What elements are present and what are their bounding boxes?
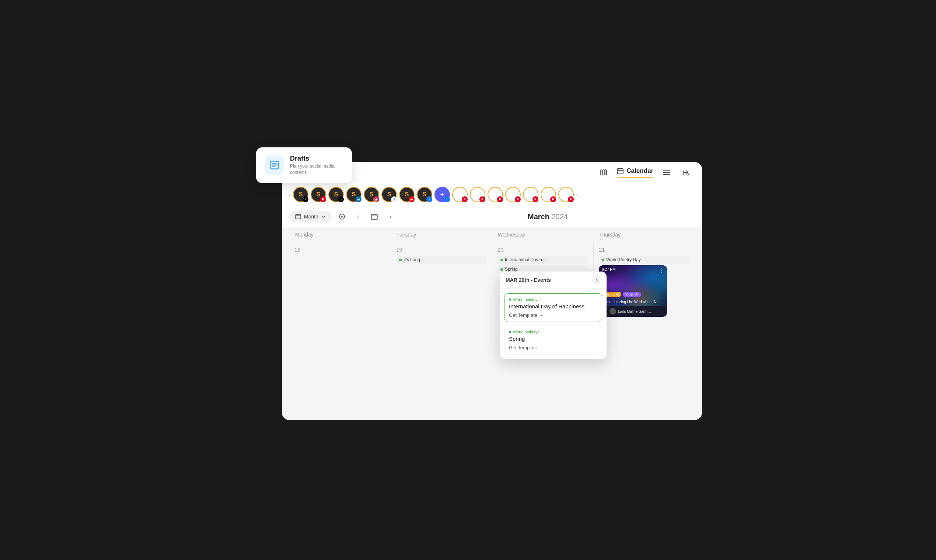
video-footer: ♪ Laila Maline Sarm…	[599, 306, 667, 317]
popup-event-1-category: World holidays	[509, 297, 597, 302]
drafts-subtitle: Plan your social media contents	[290, 163, 343, 176]
popup-event-1: World holidays International Day of Happ…	[504, 293, 602, 322]
badge-pinterest: P	[320, 196, 326, 202]
calendar-body: 18 19 It's Laug… 20 International Day o…	[282, 242, 702, 329]
svg-rect-7	[617, 169, 623, 174]
col-header-thursday: Thursday	[593, 227, 694, 242]
drafts-title: Drafts	[290, 155, 343, 163]
cal-cell-21: 21 World Poetry Day 6:27 PM ⋮ Design AI …	[593, 242, 694, 321]
date-18: 18	[294, 246, 385, 253]
svg-rect-24	[371, 214, 377, 220]
calendar-month-title: March 2024	[401, 212, 694, 221]
badge-linkedin: in	[356, 196, 362, 202]
event-dot-spring	[500, 268, 503, 271]
calendar-controls: Month ‹	[282, 206, 702, 227]
event-laughing[interactable]: It's Laug…	[396, 256, 487, 264]
event-dot-laughing	[399, 258, 402, 261]
date-19: 19	[396, 246, 487, 253]
date-21: 21	[599, 246, 690, 253]
event-dot-poetry	[602, 258, 604, 261]
badge-e1: P	[462, 196, 468, 202]
badge-e4: P	[515, 196, 521, 202]
popup-event-2-category: World holidays	[509, 330, 597, 334]
date-20: 20	[497, 246, 588, 253]
col-header-wednesday: Wednesday	[492, 227, 593, 242]
month-label: Month	[304, 214, 319, 220]
badge-instagram: ◉	[373, 196, 379, 202]
calendar-headers: Monday Tuesday Wednesday Thursday	[282, 227, 702, 242]
badge-add-facebook: f	[444, 196, 450, 202]
avatar-4[interactable]: S in	[346, 187, 362, 202]
video-more-button[interactable]: ⋮	[659, 267, 665, 274]
badge-e6: P	[550, 196, 556, 202]
svg-point-19	[341, 216, 343, 217]
svg-rect-5	[603, 170, 604, 175]
popup-event-1-name: International Day of Happiness	[509, 303, 597, 309]
avatar-empty-6[interactable]: P	[540, 187, 556, 202]
svg-rect-4	[600, 170, 602, 175]
avatar-8[interactable]: S f	[417, 187, 432, 202]
calendar-label: Calendar	[627, 167, 653, 175]
svg-rect-6	[605, 170, 607, 175]
avatar-5[interactable]: S ◉	[364, 187, 379, 202]
badge-youtube: ▶	[409, 196, 414, 202]
badge-tiktok: ♪	[338, 196, 344, 202]
avatar-empty-1[interactable]: P	[452, 187, 468, 202]
drafts-text: Drafts Plan your social media contents	[290, 155, 343, 176]
badge-google: G	[391, 196, 397, 202]
video-user: Laila Maline Sarm…	[618, 309, 651, 314]
popup-event-2: World holidays Spring Get Template →	[504, 326, 602, 354]
month-view-button[interactable]: Month	[289, 211, 332, 222]
columns-icon[interactable]	[598, 166, 610, 178]
badge-e7: P	[568, 196, 574, 202]
popup-body: World holidays International Day of Happ…	[500, 289, 607, 359]
date-picker-button[interactable]	[368, 211, 380, 223]
avatar-empty-5[interactable]: P	[523, 187, 538, 202]
svg-point-18	[339, 214, 345, 219]
event-text-poetry: World Poetry Day	[606, 257, 641, 262]
event-intl-happiness[interactable]: International Day o…	[497, 256, 588, 264]
avatar-6[interactable]: S G	[382, 187, 397, 202]
badge-e5: P	[533, 196, 538, 202]
video-time: 6:27 PM	[602, 268, 616, 272]
avatar-empty-7[interactable]: P	[558, 187, 574, 202]
col-header-monday: Monday	[289, 227, 391, 242]
cal-cell-20: 20 International Day o… Spring MAR 20th …	[492, 242, 593, 321]
avatar-empty-2[interactable]: P	[470, 187, 485, 202]
video-card: 6:27 PM ⋮ Design AI Video AI Revolutioni…	[599, 265, 667, 317]
event-poetry[interactable]: World Poetry Day	[599, 256, 690, 264]
video-title: Revolutionizing t he Workplace: A…	[601, 300, 665, 304]
avatar-empty-3[interactable]: P	[488, 187, 503, 202]
avatar-1[interactable]: S 𝕏	[293, 187, 308, 202]
main-panel: Calendar ‹ S 𝕏	[282, 162, 702, 420]
video-card-bg: 6:27 PM ⋮ Design AI Video AI Revolutioni…	[599, 265, 667, 306]
strip-prev-arrow[interactable]: ‹	[288, 192, 291, 197]
avatar-3[interactable]: S ♪	[328, 187, 344, 202]
cal-cell-19: 19 It's Laug…	[391, 242, 492, 321]
next-month-button[interactable]: ›	[385, 211, 397, 223]
today-button[interactable]	[336, 211, 348, 223]
badge-facebook: f	[426, 196, 432, 202]
popup-close-button[interactable]: ×	[593, 276, 600, 284]
get-template-btn-2[interactable]: Get Template →	[509, 345, 543, 350]
menu-icon[interactable]	[661, 166, 673, 178]
avatar-empty-4[interactable]: P	[505, 187, 521, 202]
drafts-icon	[269, 160, 280, 170]
event-text-spring: Spring	[505, 267, 518, 272]
cal-cell-18: 18	[289, 242, 391, 321]
avatar-2[interactable]: S P	[311, 187, 326, 202]
event-text-happiness: International Day o…	[505, 257, 547, 262]
prev-month-button[interactable]: ‹	[352, 211, 364, 223]
get-template-btn-1[interactable]: Get Template →	[509, 312, 543, 318]
popup-header: MAR 20th - Events ×	[500, 272, 607, 289]
popup-event-2-dot	[509, 331, 511, 333]
share-icon[interactable]	[680, 166, 692, 178]
calendar-section: Monday Tuesday Wednesday Thursday 18 19 …	[282, 227, 702, 329]
strip-next-arrow[interactable]: ›	[576, 192, 579, 197]
drafts-icon-box	[265, 155, 284, 175]
avatar-7[interactable]: S ▶	[399, 187, 414, 202]
calendar-tab[interactable]: Calendar	[617, 167, 653, 178]
avatar-add[interactable]: + f	[434, 187, 450, 202]
video-avatar	[610, 308, 616, 315]
avatars-strip: ‹ S 𝕏 S P S ♪ S in S	[282, 183, 702, 206]
